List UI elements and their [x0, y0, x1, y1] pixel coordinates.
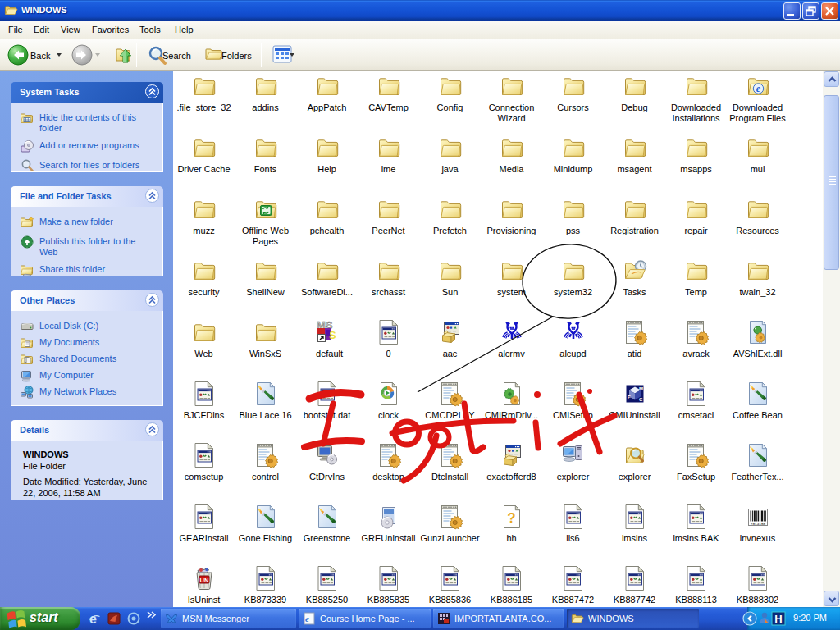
svg-text:e: e [305, 614, 309, 623]
svg-text:H: H [774, 613, 782, 625]
